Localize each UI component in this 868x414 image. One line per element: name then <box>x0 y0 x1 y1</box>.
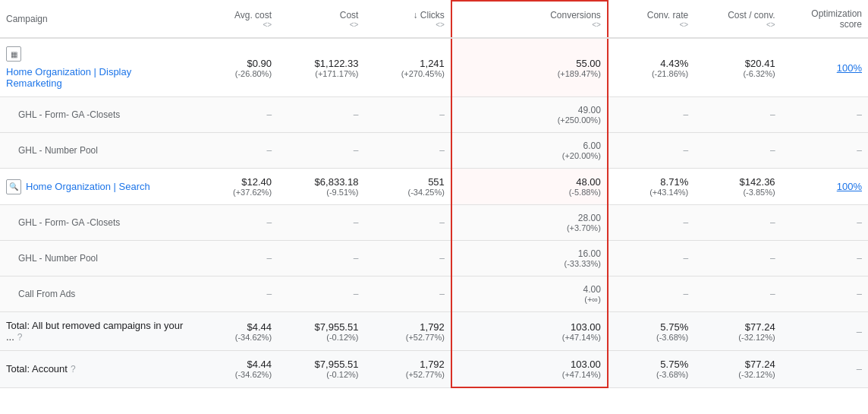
conversions-cell: 48.00(-5.88%) <box>451 169 608 205</box>
conversions-value: 103.00 <box>458 321 601 333</box>
conversions-pct: (+189.47%) <box>458 69 601 78</box>
costconv-cell: $20.41(-6.32%) <box>694 38 781 97</box>
costconv-dash: – <box>770 289 775 299</box>
costconv-cell: – <box>694 97 781 133</box>
conversions-cell: 28.00(+3.70%) <box>451 205 608 241</box>
campaign-name-cell: GHL - Number Pool <box>0 133 191 169</box>
convrate-cell: 5.75%(-3.68%) <box>608 312 694 351</box>
costconv-value: $77.24 <box>700 359 775 370</box>
clicks-pct: (+270.45%) <box>370 69 444 78</box>
optscore-cell: – <box>782 277 868 312</box>
help-icon[interactable]: ? <box>17 332 23 343</box>
clicks-pct: (+52.77%) <box>370 333 444 342</box>
campaign-name-cell: GHL - Form- GA -Closets <box>0 97 191 133</box>
cost-dash: – <box>354 145 359 156</box>
column-header-conversions: Conversions<> <box>451 1 608 38</box>
conversions-value: 4.00 <box>458 284 601 295</box>
clicks-value: 551 <box>370 176 444 188</box>
costconv-value: $20.41 <box>700 58 775 69</box>
cost-value: $6,833.18 <box>284 176 358 188</box>
opt-score-dash: – <box>857 109 862 120</box>
costconv-cell: – <box>694 133 781 169</box>
column-arrows: <> <box>458 21 601 29</box>
column-label: Cost / conv. <box>728 10 775 21</box>
avgcost-value: $4.44 <box>197 359 272 370</box>
campaign-link[interactable]: Home Organization | Search <box>26 181 150 192</box>
conversions-value: 16.00 <box>458 248 601 259</box>
costconv-dash: – <box>770 145 775 156</box>
cost-dash: – <box>354 217 359 228</box>
column-arrows: <> <box>197 21 272 29</box>
opt-score-dash: – <box>857 253 862 264</box>
cost-cell: – <box>278 241 364 277</box>
column-header-clicks[interactable]: ↓ Clicks<> <box>364 1 451 38</box>
cost-cell: $7,955.51(-0.12%) <box>278 312 364 351</box>
opt-score-dash: – <box>857 363 862 374</box>
opt-score-link[interactable]: 100% <box>837 181 862 192</box>
optscore-cell: – <box>782 97 868 133</box>
help-icon[interactable]: ? <box>71 364 76 374</box>
clicks-value: 1,241 <box>370 58 444 69</box>
sub-campaign-name: GHL - Form- GA -Closets <box>18 109 120 120</box>
cost-cell: $6,833.18(-9.51%) <box>278 169 364 205</box>
avgcost-value: $0.90 <box>197 58 272 69</box>
avgcost-dash: – <box>266 289 272 299</box>
conversions-value: 49.00 <box>458 105 601 115</box>
campaign-name-cell: 🔍Home Organization | Search <box>0 169 191 205</box>
total-row: Total: All but removed campaigns in your… <box>0 312 868 351</box>
column-arrows: <> <box>700 21 775 29</box>
convrate-cell: – <box>608 205 694 241</box>
avgcost-cell: $0.90(-26.80%) <box>191 38 278 97</box>
column-arrows: <> <box>284 21 358 29</box>
avgcost-dash: – <box>266 109 272 120</box>
clicks-dash: – <box>439 253 445 264</box>
avgcost-cell: – <box>191 97 278 133</box>
convrate-pct: (+43.14%) <box>615 188 688 197</box>
clicks-cell: – <box>364 277 451 312</box>
costconv-cell: $142.36(-3.85%) <box>694 169 781 205</box>
convrate-cell: – <box>608 241 694 277</box>
column-label: Clicks <box>420 10 445 21</box>
cost-cell: – <box>278 97 364 133</box>
campaign-name-cell: GHL - Number Pool <box>0 241 191 277</box>
campaign-row: ▦Home Organization | Display Remarketing… <box>0 38 868 97</box>
cost-dash: – <box>354 289 359 299</box>
avgcost-cell: – <box>191 133 278 169</box>
convrate-cell: – <box>608 133 694 169</box>
opt-score-dash: – <box>857 145 862 156</box>
column-header-convrate: Conv. rate<> <box>608 1 694 38</box>
avgcost-dash: – <box>266 145 272 156</box>
convrate-value: 4.43% <box>615 58 688 69</box>
cost-cell: – <box>278 277 364 312</box>
column-arrows: <> <box>370 21 444 29</box>
display-icon: ▦ <box>6 46 21 62</box>
sub-row: Call From Ads–––4.00(+∞)––– <box>0 277 868 312</box>
sub-row: GHL - Form- GA -Closets–––28.00(+3.70%)–… <box>0 205 868 241</box>
clicks-cell: – <box>364 97 451 133</box>
conversions-pct: (+20.00%) <box>458 151 601 160</box>
column-label: Optimization score <box>811 8 862 30</box>
avgcost-cell: $12.40(+37.62%) <box>191 169 278 205</box>
sub-row: GHL - Number Pool–––6.00(+20.00%)––– <box>0 133 868 169</box>
conversions-pct: (+∞) <box>458 295 601 304</box>
optscore-cell: – <box>782 205 868 241</box>
avgcost-dash: – <box>266 217 272 228</box>
optscore-cell: – <box>782 312 868 351</box>
sort-icon: ↓ <box>414 10 420 21</box>
conversions-cell: 103.00(+47.14%) <box>451 351 608 388</box>
costconv-cell: $77.24(-32.12%) <box>694 351 781 388</box>
search-icon: 🔍 <box>6 179 21 194</box>
sub-row: GHL - Number Pool–––16.00(-33.33%)––– <box>0 241 868 277</box>
opt-score-link[interactable]: 100% <box>837 62 862 74</box>
clicks-dash: – <box>439 145 445 156</box>
campaign-link[interactable]: Home Organization | Display Remarketing <box>6 66 185 89</box>
campaign-row: 🔍Home Organization | Search$12.40(+37.62… <box>0 169 868 205</box>
convrate-cell: 5.75%(-3.68%) <box>608 351 694 388</box>
cost-value: $1,122.33 <box>284 58 358 69</box>
column-header-campaign: Campaign <box>0 1 191 38</box>
cost-cell: – <box>278 205 364 241</box>
convrate-pct: (-21.86%) <box>615 69 688 78</box>
convrate-cell: – <box>608 97 694 133</box>
clicks-cell: 551(-34.25%) <box>364 169 451 205</box>
clicks-dash: – <box>439 217 445 228</box>
